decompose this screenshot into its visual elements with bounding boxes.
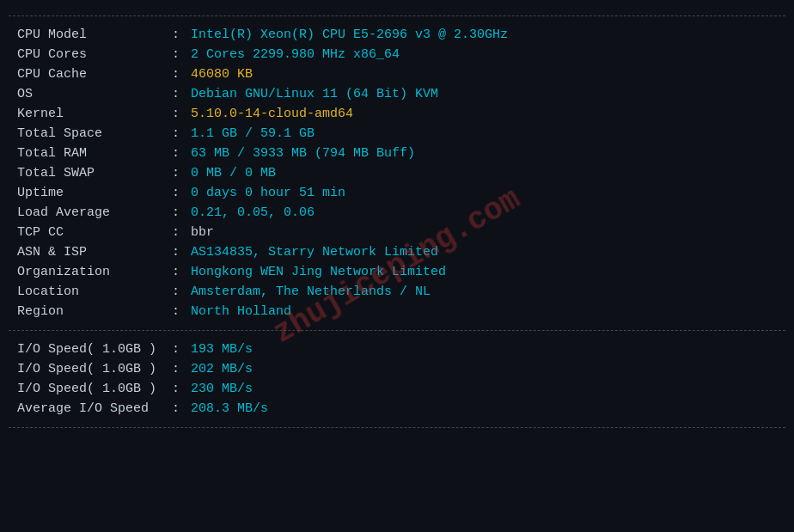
row-label: ASN & ISP	[17, 245, 172, 260]
row-colon: :	[172, 342, 187, 357]
row-value: 5.10.0-14-cloud-amd64	[191, 107, 353, 121]
row-label: CPU Model	[17, 28, 172, 42]
row-label: Region	[17, 304, 172, 319]
row-colon: :	[172, 166, 187, 180]
row-value: Debian GNU/Linux 11 (64 Bit) KVM	[191, 87, 438, 101]
row-colon: :	[172, 205, 187, 220]
table-row: Load Average : 0.21, 0.05, 0.06	[17, 203, 777, 223]
row-label: Total Space	[17, 126, 172, 141]
row-label: Total RAM	[17, 146, 172, 161]
row-label: Total SWAP	[17, 166, 172, 180]
table-row: Region : North Holland	[17, 302, 777, 321]
row-label: I/O Speed( 1.0GB )	[17, 342, 172, 357]
table-row: Organization : Hongkong WEN Jing Network…	[17, 262, 777, 282]
row-colon: :	[172, 245, 187, 260]
table-row: Total RAM : 63 MB / 3933 MB (794 MB Buff…	[17, 144, 777, 163]
row-colon: :	[172, 28, 187, 42]
row-colon: :	[172, 382, 187, 396]
row-colon: :	[172, 87, 187, 101]
row-value: 2 Cores 2299.980 MHz x86_64	[191, 47, 400, 62]
row-colon: :	[172, 186, 187, 200]
row-value: 230 MB/s	[191, 382, 253, 396]
table-row: Total SWAP : 0 MB / 0 MB	[17, 163, 777, 183]
row-colon: :	[172, 401, 187, 416]
table-row: CPU Cache : 46080 KB	[17, 64, 777, 84]
row-value: 0 MB / 0 MB	[191, 166, 276, 180]
row-value: 0.21, 0.05, 0.06	[191, 205, 315, 220]
table-row: CPU Cores : 2 Cores 2299.980 MHz x86_64	[17, 45, 777, 64]
row-value: Amsterdam, The Netherlands / NL	[191, 284, 431, 299]
row-value: Hongkong WEN Jing Network Limited	[191, 265, 446, 279]
table-row: TCP CC : bbr	[17, 223, 777, 242]
bottom-divider	[9, 427, 785, 428]
row-colon: :	[172, 107, 187, 121]
table-row: I/O Speed( 1.0GB ): 230 MB/s	[17, 379, 777, 399]
main-container: CPU Model : Intel(R) Xeon(R) CPU E5-2696…	[0, 7, 794, 437]
top-divider	[9, 15, 785, 16]
row-label: Load Average	[17, 205, 172, 220]
table-row: OS : Debian GNU/Linux 11 (64 Bit) KVM	[17, 84, 777, 104]
row-value: 1.1 GB / 59.1 GB	[191, 126, 315, 141]
table-row: I/O Speed( 1.0GB ): 193 MB/s	[17, 339, 777, 359]
row-label: Organization	[17, 265, 172, 279]
row-value: Intel(R) Xeon(R) CPU E5-2696 v3 @ 2.30GH…	[191, 28, 508, 42]
row-colon: :	[172, 284, 187, 299]
row-value: 46080 KB	[191, 67, 253, 82]
row-label: I/O Speed( 1.0GB )	[17, 362, 172, 376]
row-colon: :	[172, 304, 187, 319]
table-row: I/O Speed( 1.0GB ): 202 MB/s	[17, 359, 777, 379]
row-value: 193 MB/s	[191, 342, 253, 357]
row-colon: :	[172, 265, 187, 279]
row-value: bbr	[191, 225, 214, 240]
row-value: AS134835, Starry Network Limited	[191, 245, 438, 260]
mid-divider	[9, 330, 785, 331]
row-label: Average I/O Speed	[17, 401, 172, 416]
system-section: CPU Model : Intel(R) Xeon(R) CPU E5-2696…	[9, 21, 785, 325]
row-label: CPU Cores	[17, 47, 172, 62]
row-label: Location	[17, 284, 172, 299]
row-colon: :	[172, 47, 187, 62]
row-value: 63 MB / 3933 MB (794 MB Buff)	[191, 146, 415, 161]
row-label: Kernel	[17, 107, 172, 121]
row-label: Uptime	[17, 186, 172, 200]
row-label: TCP CC	[17, 225, 172, 240]
io-section: I/O Speed( 1.0GB ): 193 MB/sI/O Speed( 1…	[9, 336, 785, 422]
row-value: 202 MB/s	[191, 362, 253, 376]
row-label: I/O Speed( 1.0GB )	[17, 382, 172, 396]
row-colon: :	[172, 225, 187, 240]
table-row: Total Space : 1.1 GB / 59.1 GB	[17, 124, 777, 144]
row-value: North Holland	[191, 304, 291, 319]
table-row: ASN & ISP : AS134835, Starry Network Lim…	[17, 242, 777, 262]
row-label: OS	[17, 87, 172, 101]
row-label: CPU Cache	[17, 67, 172, 82]
table-row: Location : Amsterdam, The Netherlands / …	[17, 282, 777, 302]
row-colon: :	[172, 362, 187, 376]
table-row: Uptime : 0 days 0 hour 51 min	[17, 183, 777, 203]
row-value: 208.3 MB/s	[191, 401, 268, 416]
table-row: Average I/O Speed: 208.3 MB/s	[17, 399, 777, 419]
row-value: 0 days 0 hour 51 min	[191, 186, 345, 200]
row-colon: :	[172, 126, 187, 141]
row-colon: :	[172, 67, 187, 82]
row-colon: :	[172, 146, 187, 161]
table-row: Kernel : 5.10.0-14-cloud-amd64	[17, 104, 777, 124]
table-row: CPU Model : Intel(R) Xeon(R) CPU E5-2696…	[17, 25, 777, 45]
